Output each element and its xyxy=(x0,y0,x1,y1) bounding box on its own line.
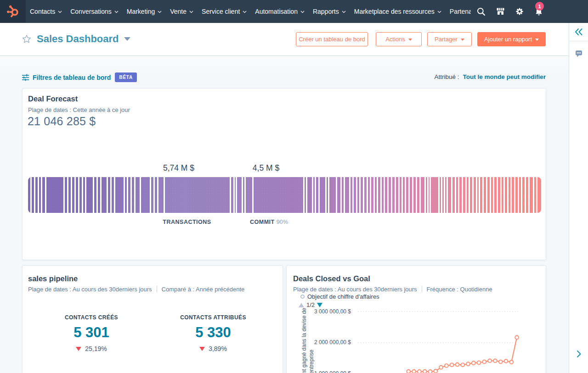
chevron-down-icon xyxy=(189,11,193,13)
contacts-assigned-change: 3,89% xyxy=(163,345,264,352)
notifications-button[interactable]: 1 xyxy=(529,0,548,23)
nav-menu: Contacts Conversations Marketing Vente S… xyxy=(26,0,471,23)
filters-icon xyxy=(22,74,29,81)
subtitle-divider xyxy=(422,286,422,293)
nav-item-automatisation[interactable]: Automatisation xyxy=(251,0,309,23)
chevron-down-icon xyxy=(342,11,346,13)
nav-item-conversations[interactable]: Conversations xyxy=(66,0,123,23)
decrease-triangle-icon xyxy=(76,347,81,351)
actions-label: Actions xyxy=(385,36,405,43)
nav-item-label: Vente xyxy=(170,8,187,15)
create-dashboard-label: Créer un tableau de bord xyxy=(299,36,365,43)
sales-pipeline-card: sales pipeline Plage de dates : Au cours… xyxy=(22,265,283,373)
contacts-created-label: CONTACTS CRÉÉS xyxy=(41,314,142,321)
deal-forecast-date-range: Plage de dates : Cette année à ce jour xyxy=(28,106,130,113)
assigned-label: Attribué : xyxy=(434,73,459,80)
star-icon xyxy=(22,34,31,44)
decrease-triangle-icon xyxy=(199,347,205,351)
deal-forecast-title: Deal Forecast xyxy=(28,95,78,103)
settings-button[interactable] xyxy=(510,0,529,23)
pager-label: 1/2 xyxy=(306,301,315,308)
favorite-star-button[interactable] xyxy=(22,34,31,45)
nav-item-contacts[interactable]: Contacts xyxy=(26,0,66,23)
contacts-assigned-value: 5 330 xyxy=(163,324,264,341)
title-dropdown-caret[interactable] xyxy=(124,37,130,41)
y-axis-title-line1: Montant gagné dans la devise de xyxy=(300,308,308,373)
create-dashboard-button[interactable]: Créer un tableau de bord xyxy=(296,32,368,46)
nav-item-label: Partenaires xyxy=(450,8,471,15)
share-button[interactable]: Partager xyxy=(427,32,472,46)
pager-down-button[interactable] xyxy=(317,303,322,307)
forecast-bar[interactable] xyxy=(28,177,541,213)
comment-icon xyxy=(575,50,582,57)
chevron-down-icon xyxy=(437,11,441,13)
chart-pager: 1/2 xyxy=(299,301,322,308)
commit-probability: 90% xyxy=(277,219,288,225)
beta-badge: BÊTA xyxy=(115,72,137,82)
pager-up-button[interactable] xyxy=(299,303,304,307)
marketplace-button[interactable] xyxy=(491,0,510,23)
deals-closed-frequency: Fréquence : Quotidienne xyxy=(427,286,492,293)
nav-item-label: Marketplace des ressources xyxy=(354,8,435,15)
contacts-created-change: 25,19% xyxy=(41,345,142,352)
page-title[interactable]: Sales Dashboard xyxy=(37,33,119,45)
nav-icon-group: 1 xyxy=(471,0,548,23)
deal-forecast-card: Deal Forecast Plage de dates : Cette ann… xyxy=(22,88,546,260)
actions-button[interactable]: Actions xyxy=(376,32,422,46)
add-report-button[interactable]: Ajouter un rapport xyxy=(477,32,546,46)
nav-item-label: Service client xyxy=(202,8,240,15)
commit-label-text: COMMIT xyxy=(250,219,275,225)
caret-down-icon xyxy=(535,39,539,41)
share-label: Partager xyxy=(435,36,458,43)
chevron-down-icon xyxy=(158,11,162,13)
chevron-down-icon xyxy=(114,11,119,13)
nav-item-partenaires[interactable]: Partenaires xyxy=(446,0,471,23)
caret-down-icon xyxy=(461,39,464,41)
comments-button[interactable] xyxy=(569,41,588,65)
hubspot-logo[interactable] xyxy=(0,0,26,23)
nav-item-label: Contacts xyxy=(30,8,55,15)
nav-item-marketplace[interactable]: Marketplace des ressources xyxy=(350,0,446,23)
sales-pipeline-date-range: Plage de dates : Au cours des 30derniers… xyxy=(28,286,152,293)
legend-circle-icon xyxy=(300,295,305,299)
commit-stage-label: COMMIT 90% xyxy=(250,219,288,225)
nav-item-label: Marketing xyxy=(127,8,155,15)
deals-line-markers xyxy=(407,336,519,373)
sales-pipeline-subtitle: Plage de dates : Au cours des 30derniers… xyxy=(28,286,244,293)
assigned-permission-link[interactable]: Tout le monde peut modifier xyxy=(463,73,546,80)
top-navbar: Contacts Conversations Marketing Vente S… xyxy=(0,0,588,23)
chevron-down-icon xyxy=(243,11,247,13)
expand-panel-button[interactable] xyxy=(569,345,588,363)
gear-icon xyxy=(515,7,524,16)
subtitle-divider xyxy=(157,286,157,293)
double-chevron-left-icon xyxy=(574,28,583,36)
deals-closed-subtitle: Plage de dates : Au cours des 30derniers… xyxy=(293,286,492,293)
dashboard-filters-label: Filtres de tableau de bord xyxy=(33,74,111,81)
legend-item-goal[interactable]: Objectif de chiffre d'affaires xyxy=(300,293,379,300)
transactions-stage-label: TRANSACTIONS xyxy=(159,219,215,225)
contacts-assigned-label: CONTACTS ATTRIBUÉS xyxy=(163,314,264,321)
y-axis-title: Montant gagné dans la devise de l'entrep… xyxy=(300,308,317,373)
nav-item-label: Conversations xyxy=(70,8,112,15)
deals-closed-card: Deals Closed vs Goal Plage de dates : Au… xyxy=(286,265,546,373)
search-icon xyxy=(476,7,486,17)
deals-closed-date-range: Plage de dates : Au cours des 30derniers… xyxy=(293,286,417,293)
collapse-sidebar-button[interactable] xyxy=(569,23,588,41)
contacts-assigned-change-value: 3,89% xyxy=(209,345,227,352)
add-report-label: Ajouter un rapport xyxy=(484,36,532,43)
nav-item-label: Automatisation xyxy=(255,8,298,15)
nav-item-rapports[interactable]: Rapports xyxy=(309,0,350,23)
page-header: Sales Dashboard Créer un tableau de bord… xyxy=(0,23,569,56)
nav-item-service-client[interactable]: Service client xyxy=(198,0,251,23)
y-axis-title-line2: l'entreprise xyxy=(308,308,315,373)
dashboard-filters-toggle[interactable]: Filtres de tableau de bord BÊTA xyxy=(22,72,137,82)
deals-line-chart xyxy=(354,305,529,373)
chevron-right-icon xyxy=(577,350,582,358)
legend-label: Objectif de chiffre d'affaires xyxy=(307,293,379,300)
assigned-row: Attribué : Tout le monde peut modifier xyxy=(434,71,546,82)
hubspot-sprocket-icon xyxy=(4,3,22,20)
nav-item-marketing[interactable]: Marketing xyxy=(123,0,166,23)
search-button[interactable] xyxy=(471,0,491,23)
contacts-assigned-metric: CONTACTS ATTRIBUÉS 5 330 3,89% xyxy=(163,314,264,352)
nav-item-vente[interactable]: Vente xyxy=(166,0,198,23)
